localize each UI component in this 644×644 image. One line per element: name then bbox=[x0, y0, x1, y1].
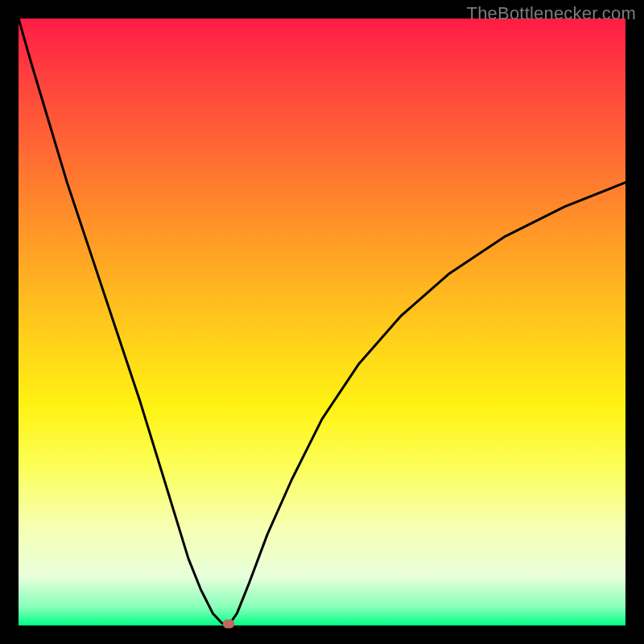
watermark-text: TheBottlenecker.com bbox=[467, 3, 636, 24]
bottleneck-curve bbox=[19, 19, 625, 625]
optimal-point-marker bbox=[223, 619, 234, 628]
plot-area bbox=[19, 19, 625, 625]
chart-frame: TheBottlenecker.com bbox=[0, 0, 644, 644]
